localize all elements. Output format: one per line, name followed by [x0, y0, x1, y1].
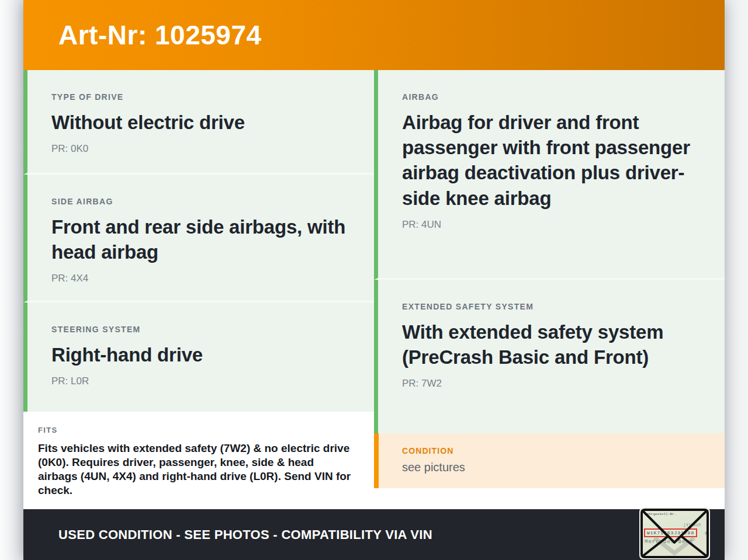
fits-text: Fits vehicles with extended safety (7W2)…	[38, 441, 354, 498]
card-label: AIRBAG	[402, 92, 707, 102]
envelope-icon	[640, 509, 709, 558]
card-side-airbag: SIDE AIRBAG Front and rear side airbags,…	[23, 175, 374, 302]
footer-text: USED CONDITION - SEE PHOTOS - COMPATIBIL…	[58, 527, 432, 542]
page-title: Art-Nr: 1025974	[58, 19, 262, 51]
pr-code: PR: 7W2	[402, 378, 707, 389]
card-extended-safety-system: EXTENDED SAFETY SYSTEM With extended saf…	[374, 280, 725, 433]
card-label: SIDE AIRBAG	[51, 197, 356, 206]
card-title: Right-hand drive	[51, 342, 356, 367]
spec-columns: TYPE OF DRIVE Without electric drive PR:…	[23, 70, 725, 509]
registration-document-image: Fahrgestell-Nr. [4] A10 W1K71463J31298 7…	[640, 509, 709, 558]
header-bar: Art-Nr: 1025974	[23, 0, 725, 70]
right-column: AIRBAG Airbag for driver and front passe…	[374, 70, 725, 509]
card-title: Without electric drive	[51, 110, 356, 135]
card-title: With extended safety system (PreCrash Ba…	[402, 319, 707, 370]
card-type-of-drive: TYPE OF DRIVE Without electric drive PR:…	[23, 70, 374, 175]
pr-code: PR: 4UN	[402, 219, 707, 231]
card-steering-system: STEERING SYSTEM Right-hand drive PR: L0R	[23, 302, 374, 412]
footer-bar: USED CONDITION - SEE PHOTOS - COMPATIBIL…	[23, 509, 725, 560]
card-fits: FITS Fits vehicles with extended safety …	[23, 412, 374, 509]
condition-label: CONDITION	[402, 446, 707, 455]
left-column: TYPE OF DRIVE Without electric drive PR:…	[23, 70, 374, 509]
listing-page: Art-Nr: 1025974 TYPE OF DRIVE Without el…	[23, 0, 725, 560]
pr-code: PR: 0K0	[51, 143, 356, 155]
spacer	[374, 488, 725, 509]
card-label: EXTENDED SAFETY SYSTEM	[402, 302, 707, 311]
pr-code: PR: L0R	[51, 375, 356, 387]
card-title: Airbag for driver and front passenger wi…	[402, 110, 707, 211]
fits-label: FITS	[38, 426, 358, 434]
card-label: TYPE OF DRIVE	[51, 92, 356, 102]
card-condition: CONDITION see pictures	[374, 433, 725, 488]
card-title: Front and rear side airbags, with head a…	[51, 214, 356, 265]
card-airbag: AIRBAG Airbag for driver and front passe…	[374, 70, 725, 280]
condition-value: see pictures	[402, 461, 707, 474]
pr-code: PR: 4X4	[51, 273, 356, 284]
card-label: STEERING SYSTEM	[51, 325, 356, 334]
